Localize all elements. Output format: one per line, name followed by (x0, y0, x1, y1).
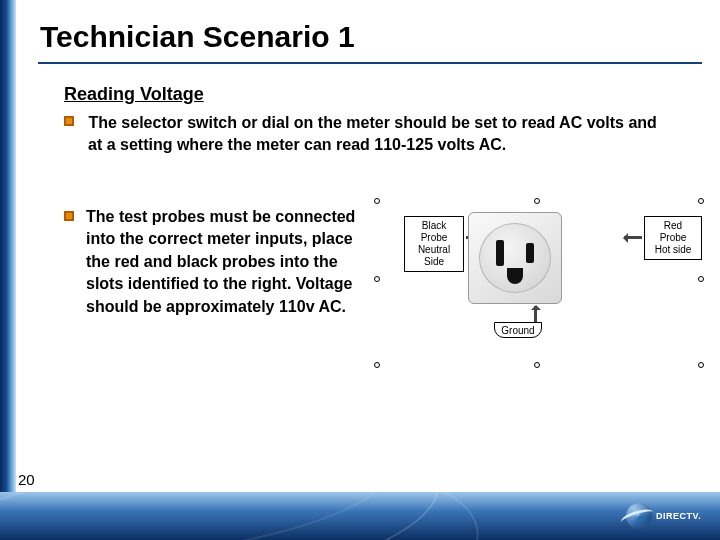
bullet-icon (64, 116, 74, 126)
label-line: Neutral Side (410, 244, 458, 268)
neutral-slot (496, 240, 504, 266)
arrow-icon (534, 306, 537, 322)
title-rule (38, 62, 702, 64)
bullet-2-text: The test probes must be connected into t… (86, 206, 364, 318)
left-accent-band (0, 0, 16, 540)
slide-subtitle: Reading Voltage (64, 84, 204, 105)
footer-band: DIRECTV. (0, 492, 720, 540)
selection-handle-icon (698, 198, 704, 204)
selection-handle-icon (534, 362, 540, 368)
ground-label: Ground (494, 322, 542, 338)
bullet-2: The test probes must be connected into t… (64, 206, 364, 318)
logo-swoosh-icon (626, 503, 652, 529)
bullet-icon (64, 211, 74, 221)
ground-slot (507, 268, 523, 284)
black-probe-label: Black Probe Neutral Side (404, 216, 464, 272)
brand-name: DIRECTV. (656, 511, 701, 521)
label-line: Black Probe (410, 220, 458, 244)
selection-handle-icon (374, 198, 380, 204)
outlet-face (479, 223, 551, 293)
bullet-1: The selector switch or dial on the meter… (64, 112, 666, 155)
selection-handle-icon (698, 276, 704, 282)
outlet-diagram: Black Probe Neutral Side Red Probe Hot s… (374, 198, 704, 368)
bullet-1-text: The selector switch or dial on the meter… (88, 114, 657, 153)
outlet-plate (468, 212, 562, 304)
red-probe-label: Red Probe Hot side (644, 216, 702, 260)
selection-handle-icon (374, 362, 380, 368)
slide: Technician Scenario 1 Reading Voltage Th… (0, 0, 720, 540)
label-line: Hot side (650, 244, 696, 256)
label-line: Red Probe (650, 220, 696, 244)
slide-number: 20 (18, 471, 35, 488)
arrow-icon (624, 236, 642, 239)
selection-handle-icon (374, 276, 380, 282)
brand-logo: DIRECTV. (626, 498, 706, 534)
selection-handle-icon (698, 362, 704, 368)
hot-slot (526, 243, 534, 263)
slide-title: Technician Scenario 1 (40, 20, 355, 54)
selection-handle-icon (534, 198, 540, 204)
